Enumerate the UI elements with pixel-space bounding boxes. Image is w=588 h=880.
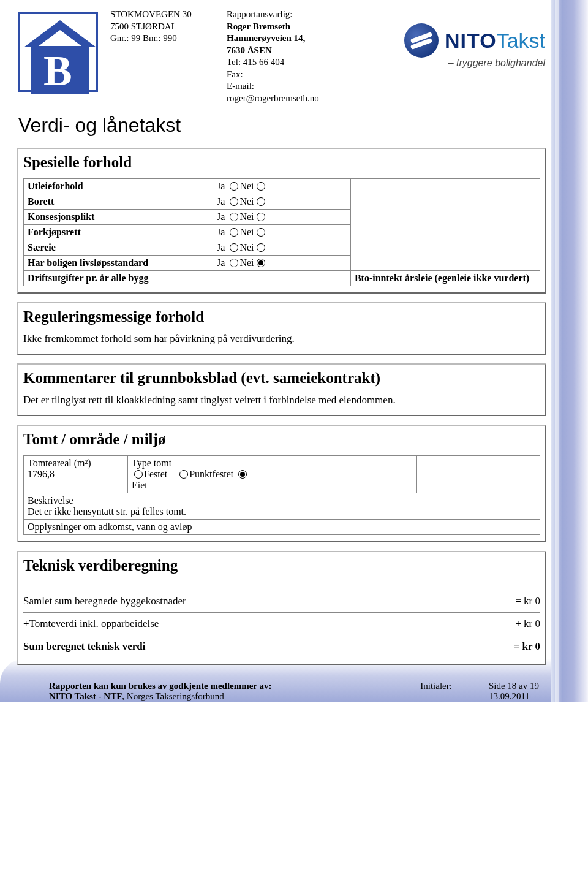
resp-email: roger@rogerbremseth.no bbox=[227, 93, 319, 105]
teknisk-row: +Tomteverdi inkl. opparbeidelse+ kr 0 bbox=[23, 613, 540, 635]
tomt-areal-label: Tomteareal (m²) bbox=[28, 458, 91, 468]
nito-logo: NITOTakst – tryggere bolighandel bbox=[404, 6, 545, 69]
spesielle-options: Ja Nei bbox=[213, 225, 351, 240]
spesielle-options: Ja Nei bbox=[213, 256, 351, 271]
nito-wordmark: NITOTakst bbox=[445, 29, 545, 53]
company-logo: B bbox=[18, 12, 98, 92]
teknisk-row-label: +Tomteverdi inkl. opparbeidelse bbox=[23, 618, 159, 630]
resp-label: Rapportansvarlig: bbox=[227, 9, 319, 21]
teknisk-row-value: = kr 0 bbox=[514, 640, 540, 653]
nito-tagline: – tryggere bolighandel bbox=[404, 58, 545, 69]
header: B STOKMOVEGEN 30 7500 STJØRDAL Gnr.: 99 … bbox=[12, 6, 551, 110]
section-kommentarer: Kommentarer til grunnboksblad (evt. same… bbox=[17, 363, 546, 416]
radio-nei[interactable] bbox=[257, 259, 265, 267]
opt-punkt: Punktfestet bbox=[189, 469, 233, 479]
teknisk-row: Samlet sum beregnede byggekostnader= kr … bbox=[23, 590, 540, 613]
spesielle-heading: Spesielle forhold bbox=[23, 154, 540, 171]
spesielle-options: Ja Nei bbox=[213, 240, 351, 256]
radio-nei[interactable] bbox=[257, 228, 265, 237]
radio-ja[interactable] bbox=[230, 182, 238, 191]
teknisk-row-value: = kr 0 bbox=[515, 595, 540, 607]
regulering-body: Ikke fremkommet forhold som har påvirkni… bbox=[23, 333, 540, 345]
section-spesielle: Spesielle forhold UtleieforholdJa NeiBor… bbox=[17, 148, 546, 294]
kommentarer-heading: Kommentarer til grunnboksblad (evt. same… bbox=[23, 370, 540, 387]
radio-eiet[interactable] bbox=[238, 470, 247, 479]
beskrivelse-label: Beskrivelse bbox=[28, 495, 74, 506]
nito-brand2: Takst bbox=[497, 29, 545, 52]
drifts-label: Driftsutgifter pr. år alle bygg bbox=[24, 271, 351, 286]
radio-ja[interactable] bbox=[230, 228, 238, 237]
blueprint-decor-right bbox=[551, 0, 588, 702]
resp-email-label: E-mail: bbox=[227, 80, 319, 93]
radio-ja[interactable] bbox=[230, 197, 238, 206]
teknisk-row-label: Sum beregnet teknisk verdi bbox=[23, 640, 145, 653]
resp-tel: Tel: 415 66 404 bbox=[227, 56, 319, 69]
spesielle-table: UtleieforholdJa NeiBorettJa NeiKonsesjon… bbox=[23, 178, 540, 286]
property-address: STOKMOVEGEN 30 7500 STJØRDAL Gnr.: 99 Bn… bbox=[110, 6, 214, 45]
radio-festet[interactable] bbox=[134, 470, 143, 479]
radio-nei[interactable] bbox=[257, 243, 265, 252]
page: B STOKMOVEGEN 30 7500 STJØRDAL Gnr.: 99 … bbox=[12, 0, 551, 702]
radio-nei[interactable] bbox=[257, 182, 265, 191]
tomt-table: Tomteareal (m²) 1796,8 Type tomt Festet … bbox=[23, 455, 540, 535]
spesielle-label: Konsesjonsplikt bbox=[24, 210, 213, 225]
spesielle-label: Har boligen livsløpsstandard bbox=[24, 256, 213, 271]
beskrivelse-body: Det er ikke hensyntatt str. på felles to… bbox=[28, 506, 186, 517]
spesielle-row: UtleieforholdJa Nei bbox=[24, 179, 540, 194]
kommentarer-body: Det er tilnglyst rett til kloakkledning … bbox=[23, 394, 540, 406]
footer: Rapporten kan kun brukes av godkjente me… bbox=[49, 681, 539, 702]
tomt-heading: Tomt / område / miljø bbox=[23, 431, 540, 448]
opplysninger-label: Opplysninger om adkomst, vann og avløp bbox=[24, 520, 540, 535]
addr-line2: 7500 STJØRDAL bbox=[110, 21, 214, 33]
spesielle-options: Ja Nei bbox=[213, 210, 351, 225]
addr-line1: STOKMOVEGEN 30 bbox=[110, 9, 214, 21]
section-teknisk: Teknisk verdiberegning Samlet sum beregn… bbox=[17, 551, 546, 665]
spesielle-options: Ja Nei bbox=[213, 194, 351, 210]
resp-fax: Fax: bbox=[227, 69, 319, 81]
teknisk-row: Sum beregnet teknisk verdi= kr 0 bbox=[23, 635, 540, 658]
tomt-areal-value: 1796,8 bbox=[28, 469, 55, 479]
resp-addr1: Hammerøyveien 14, bbox=[227, 32, 319, 45]
radio-ja[interactable] bbox=[230, 243, 238, 252]
resp-name: Roger Bremseth bbox=[227, 21, 319, 33]
radio-nei[interactable] bbox=[257, 197, 265, 206]
page-title: Verdi- og lånetakst bbox=[18, 114, 551, 137]
footer-dato: 13.09.2011 bbox=[489, 691, 530, 701]
radio-ja[interactable] bbox=[230, 213, 238, 221]
spesielle-label: Særeie bbox=[24, 240, 213, 256]
radio-punktfestet[interactable] bbox=[179, 470, 188, 479]
footer-side: Side 18 av 19 bbox=[489, 681, 539, 691]
section-tomt: Tomt / område / miljø Tomteareal (m²) 17… bbox=[17, 425, 546, 542]
teknisk-heading: Teknisk verdiberegning bbox=[23, 557, 540, 574]
responsible-block: Rapportansvarlig: Roger Bremseth Hammerø… bbox=[227, 6, 319, 104]
tomt-type-label: Type tomt bbox=[132, 458, 172, 468]
radio-ja[interactable] bbox=[230, 259, 238, 267]
section-regulering: Reguleringsmessige forhold Ikke fremkomm… bbox=[17, 302, 546, 355]
teknisk-row-label: Samlet sum beregnede byggekostnader bbox=[23, 595, 186, 607]
footer-line1c: , Norges Takseringsforbund bbox=[122, 691, 224, 701]
opt-festet: Festet bbox=[144, 469, 167, 479]
footer-initialer: Initialer: bbox=[420, 681, 452, 702]
spesielle-label: Borett bbox=[24, 194, 213, 210]
spesielle-label: Forkjøpsrett bbox=[24, 225, 213, 240]
nito-brand1: NITO bbox=[445, 29, 497, 52]
bto-label: Bto-inntekt årsleie (egenleie ikke vurde… bbox=[350, 271, 540, 286]
opt-eiet: Eiet bbox=[132, 480, 148, 490]
teknisk-row-value: + kr 0 bbox=[515, 618, 540, 630]
radio-nei[interactable] bbox=[257, 213, 265, 221]
spesielle-options: Ja Nei bbox=[213, 179, 351, 194]
footer-line1a: Rapporten kan kun brukes av godkjente me… bbox=[49, 681, 272, 691]
footer-line1b: NITO Takst - NTF bbox=[49, 691, 122, 701]
nito-globe-icon bbox=[404, 23, 439, 58]
spesielle-note-cell bbox=[350, 179, 540, 271]
spesielle-label: Utleieforhold bbox=[24, 179, 213, 194]
resp-addr2: 7630 ÅSEN bbox=[227, 45, 319, 57]
addr-line3: Gnr.: 99 Bnr.: 990 bbox=[110, 32, 214, 45]
regulering-heading: Reguleringsmessige forhold bbox=[23, 308, 540, 325]
